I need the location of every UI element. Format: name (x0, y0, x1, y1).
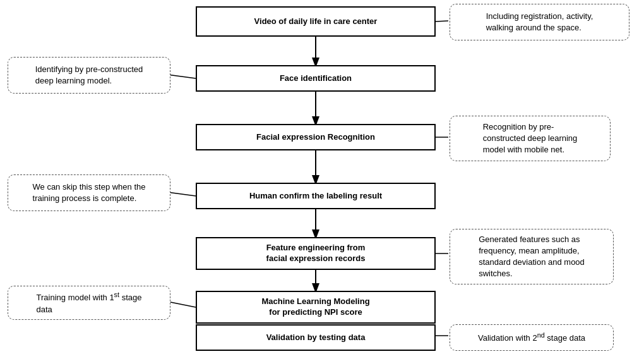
note-video-right-text: Including registration, activity,walking… (486, 11, 593, 34)
note-ml-left-text: Training model with 1st stagedata (37, 290, 142, 315)
note-ml-left: Training model with 1st stagedata (8, 286, 170, 320)
flow-box-validation: Validation by testing data (196, 324, 436, 351)
flow-label-ml-model-2: for predicting NPI score (269, 307, 362, 318)
svg-line-12 (167, 302, 196, 307)
note-facial-right: Recognition by pre-constructed deep lear… (450, 116, 611, 161)
flow-label-face-id: Face identification (280, 73, 352, 84)
note-validation-right: Validation with 2nd stage data (450, 324, 614, 351)
note-facial-right-text: Recognition by pre-constructed deep lear… (483, 121, 578, 156)
flow-label-video: Video of daily life in care center (254, 16, 378, 27)
diagram-container: Video of daily life in care center Face … (0, 0, 644, 354)
flow-label-human-confirm: Human confirm the labeling result (249, 191, 382, 202)
note-face-left-text: Identifying by pre-constructeddeep learn… (35, 64, 143, 87)
svg-line-6 (436, 21, 448, 21)
flow-box-video: Video of daily life in care center (196, 6, 436, 37)
flow-box-facial-expr: Facial expression Recognition (196, 124, 436, 150)
note-human-left-text: We can skip this step when thetraining p… (33, 181, 146, 204)
flow-label-feature-eng-2: facial expression records (266, 253, 366, 264)
note-video-right: Including registration, activity,walking… (450, 4, 629, 40)
flow-label-facial-expr: Facial expression Recognition (256, 132, 375, 143)
flow-box-ml-model: Machine Learning Modeling for predicting… (196, 291, 436, 324)
flow-box-face-id: Face identification (196, 65, 436, 92)
note-feature-right: Generated features such asfrequency, mea… (450, 229, 614, 284)
svg-line-11 (167, 192, 196, 196)
flow-label-validation: Validation by testing data (266, 333, 366, 343)
note-human-left: We can skip this step when thetraining p… (8, 174, 170, 211)
flow-label-ml-model-1: Machine Learning Modeling (261, 296, 369, 307)
flow-box-human-confirm: Human confirm the labeling result (196, 183, 436, 209)
note-validation-right-text: Validation with 2nd stage data (478, 331, 585, 345)
note-feature-right-text: Generated features such asfrequency, mea… (479, 234, 585, 280)
note-face-left: Identifying by pre-constructeddeep learn… (8, 57, 170, 94)
flow-box-feature-eng: Feature engineering from facial expressi… (196, 237, 436, 270)
flow-label-feature-eng-1: Feature engineering from (266, 243, 366, 253)
svg-line-10 (167, 75, 196, 78)
